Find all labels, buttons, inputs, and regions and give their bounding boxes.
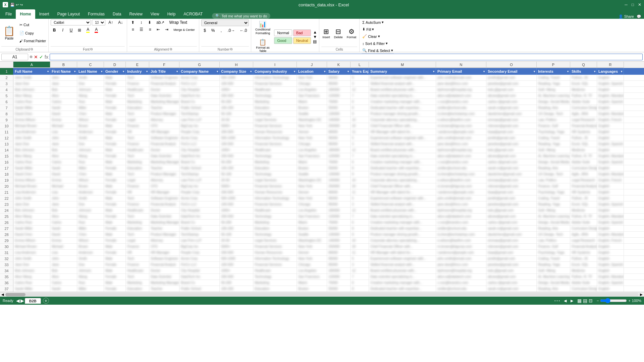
- grid-cell[interactable]: 140000: [327, 177, 351, 183]
- grid-cell[interactable]: Miller: [77, 105, 104, 111]
- grid-cell[interactable]: 6: [351, 280, 369, 286]
- grid-cell[interactable]: 3: [351, 201, 369, 207]
- col-header-A[interactable]: A: [13, 62, 50, 68]
- align-bottom-btn[interactable]: ⬇: [146, 19, 153, 25]
- grid-cell[interactable]: Information Technology: [253, 135, 297, 141]
- grid-cell[interactable]: New York: [297, 123, 327, 129]
- increase-indent-btn[interactable]: ⇥: [163, 26, 170, 33]
- grid-cell[interactable]: bob.j@gmail.com: [486, 147, 537, 153]
- grid-cell[interactable]: Human Resources: [253, 189, 297, 195]
- grid-cell[interactable]: English: [597, 286, 624, 292]
- grid-cell[interactable]: Technology: [253, 171, 297, 177]
- grid-cell[interactable]: CFO: [149, 123, 179, 129]
- grid-cell[interactable]: Washington DC: [297, 238, 327, 243]
- table-row[interactable]: 22John SmithJohnSmithMaleTechSoftware En…: [0, 195, 644, 201]
- grid-cell[interactable]: 10: [351, 117, 369, 123]
- grid-cell[interactable]: Reading, Arts: [537, 165, 570, 171]
- grid-cell[interactable]: English, Mandarin: [597, 232, 624, 237]
- grid-cell[interactable]: Human Resources: [253, 250, 297, 255]
- grid-cell[interactable]: Chicago: [297, 81, 327, 86]
- grid-cell[interactable]: BigCorp Inc: [179, 183, 220, 189]
- grid-cell[interactable]: Male: [104, 207, 126, 213]
- grid-cell[interactable]: Agile, JIRA: [570, 232, 597, 237]
- grid-cell[interactable]: 12: [351, 268, 369, 274]
- col-header-E[interactable]: E: [126, 62, 149, 68]
- grid-cell[interactable]: Alice Wang: [13, 214, 50, 219]
- grid-cell[interactable]: English, Spanish: [597, 81, 624, 86]
- close-btn[interactable]: ✕: [638, 2, 641, 7]
- grid-cell[interactable]: 11: [351, 250, 369, 255]
- grid-cell[interactable]: English, French: [597, 117, 624, 123]
- grid-cell[interactable]: Design, Social Media: [537, 220, 570, 225]
- grid-cell[interactable]: alicew@gmail.com: [486, 153, 537, 159]
- grid-cell[interactable]: New York: [297, 244, 327, 249]
- grid-cell[interactable]: Ruiz: [77, 280, 104, 286]
- grid-cell[interactable]: Teacher: [149, 105, 179, 111]
- grid-cell[interactable]: 50-200: [220, 220, 253, 225]
- grid-cell[interactable]: Wilson: [77, 177, 104, 183]
- grid-cell[interactable]: Marketing: [253, 159, 297, 165]
- grid-cell[interactable]: Brand Co: [179, 159, 220, 165]
- first-name-filter[interactable]: ▾: [74, 70, 75, 73]
- grid-cell[interactable]: FinCo LLC: [179, 141, 220, 147]
- grid-cell[interactable]: Law Firm LLP: [179, 238, 220, 243]
- header-industry[interactable]: Industry▾: [126, 68, 149, 75]
- grid-cell[interactable]: David: [50, 171, 77, 177]
- style-neutral[interactable]: Neutral: [293, 37, 311, 44]
- grid-cell[interactable]: Female: [104, 177, 126, 183]
- grid-cell[interactable]: Sarah Miller: [13, 286, 50, 292]
- delete-cells-btn[interactable]: ⊟ Delete: [333, 26, 344, 40]
- interests-filter[interactable]: ▾: [567, 70, 569, 73]
- header-primary-email[interactable]: Primary Email▾: [436, 68, 486, 75]
- alignment-expand-icon[interactable]: ⧉: [170, 47, 172, 51]
- grid-cell[interactable]: Legal Services: [253, 238, 297, 243]
- grid-cell[interactable]: c.ruiz@brandco.com: [436, 159, 486, 165]
- formula-options-icon[interactable]: ⊕: [30, 55, 33, 59]
- grid-cell[interactable]: 85000: [327, 81, 351, 86]
- grid-cell[interactable]: Healthcare: [253, 207, 297, 213]
- grid-cell[interactable]: 85000: [327, 141, 351, 147]
- grid-cell[interactable]: 200-500: [220, 214, 253, 219]
- grid-cell[interactable]: Bob: [50, 268, 77, 274]
- grid-cell[interactable]: lisaa@gmail.com: [486, 129, 537, 135]
- grid-cell[interactable]: Financial Analysis: [570, 183, 597, 189]
- format-painter-button[interactable]: 🖌 Format Painter: [18, 39, 47, 43]
- grid-cell[interactable]: HR Manager: [149, 189, 179, 195]
- grid-cell[interactable]: FinCo LLC: [179, 81, 220, 86]
- grid-cell[interactable]: English, Mandarin: [597, 111, 624, 117]
- grid-cell[interactable]: English, Mandarin: [597, 214, 624, 219]
- grid-cell[interactable]: Chicago: [297, 262, 327, 267]
- table-row[interactable]: 3Jane DoeJaneDoeFemaleFinanceFinancial A…: [0, 81, 644, 87]
- zoom-in-btn[interactable]: +: [628, 299, 630, 303]
- grid-cell[interactable]: English: [597, 250, 624, 255]
- grid-cell[interactable]: c.ruiz@brandco.com: [436, 220, 486, 225]
- grid-cell[interactable]: bob.j@gmail.com: [486, 207, 537, 213]
- grid-cell[interactable]: d.chen@techstartup.com: [436, 171, 486, 177]
- header-company-name[interactable]: Company Name▾: [179, 68, 220, 75]
- grid-cell[interactable]: 50-200: [220, 159, 253, 165]
- grid-cell[interactable]: Female: [104, 286, 126, 292]
- grid-cell[interactable]: 5: [351, 256, 369, 261]
- grid-cell[interactable]: Anderson: [77, 129, 104, 135]
- align-right-btn[interactable]: ≡: [146, 26, 154, 33]
- grid-cell[interactable]: Male: [104, 280, 126, 286]
- grid-cell[interactable]: Smith: [77, 135, 104, 141]
- table-row[interactable]: 9Emma WilsonEmmaWilsonFemaleLegalAttorne…: [0, 117, 644, 123]
- grid-cell[interactable]: Carlos Ruiz: [13, 159, 50, 165]
- grid-cell[interactable]: UX Design, Tech: [537, 111, 570, 117]
- grid-cell[interactable]: Financial Services: [253, 183, 297, 189]
- grid-cell[interactable]: Chicago: [297, 201, 327, 207]
- grid-cell[interactable]: 8: [351, 165, 369, 171]
- page-break-icon[interactable]: ⊟: [589, 298, 593, 303]
- grid-cell[interactable]: Female: [104, 153, 126, 159]
- gender-filter[interactable]: ▾: [123, 70, 124, 73]
- grid-cell[interactable]: Excel, SQL: [570, 81, 597, 86]
- grid-cell[interactable]: Female: [104, 165, 126, 171]
- grid-cell[interactable]: Michael: [50, 183, 77, 189]
- grid-cell[interactable]: San Francisco: [297, 274, 327, 280]
- header-skills[interactable]: Skills▾: [570, 68, 597, 75]
- grid-cell[interactable]: Finance, Golf: [537, 183, 570, 189]
- grid-cell[interactable]: 95000: [327, 256, 351, 261]
- scroll-left-btn[interactable]: ◀: [1, 293, 4, 296]
- grid-cell[interactable]: Denver: [297, 250, 327, 255]
